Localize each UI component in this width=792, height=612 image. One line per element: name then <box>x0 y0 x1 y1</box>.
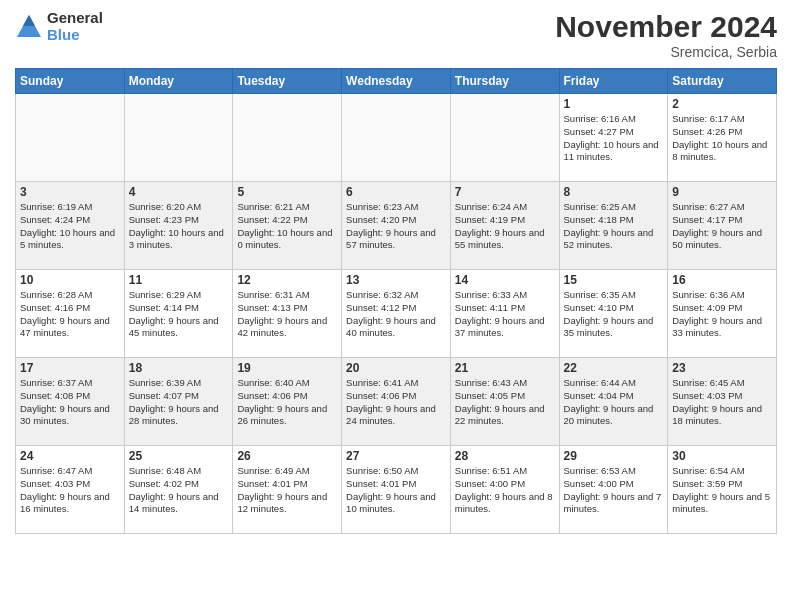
calendar-cell: 3Sunrise: 6:19 AM Sunset: 4:24 PM Daylig… <box>16 182 125 270</box>
day-info: Sunrise: 6:50 AM Sunset: 4:01 PM Dayligh… <box>346 465 446 516</box>
calendar-cell: 26Sunrise: 6:49 AM Sunset: 4:01 PM Dayli… <box>233 446 342 534</box>
header-sunday: Sunday <box>16 69 125 94</box>
calendar-cell: 8Sunrise: 6:25 AM Sunset: 4:18 PM Daylig… <box>559 182 668 270</box>
calendar-cell: 4Sunrise: 6:20 AM Sunset: 4:23 PM Daylig… <box>124 182 233 270</box>
day-number: 24 <box>20 449 120 463</box>
day-info: Sunrise: 6:53 AM Sunset: 4:00 PM Dayligh… <box>564 465 664 516</box>
day-number: 10 <box>20 273 120 287</box>
logo-text: General Blue <box>47 10 103 43</box>
day-number: 19 <box>237 361 337 375</box>
day-number: 30 <box>672 449 772 463</box>
svg-marker-1 <box>23 15 35 26</box>
calendar-cell: 27Sunrise: 6:50 AM Sunset: 4:01 PM Dayli… <box>342 446 451 534</box>
day-info: Sunrise: 6:32 AM Sunset: 4:12 PM Dayligh… <box>346 289 446 340</box>
day-info: Sunrise: 6:43 AM Sunset: 4:05 PM Dayligh… <box>455 377 555 428</box>
calendar-table: Sunday Monday Tuesday Wednesday Thursday… <box>15 68 777 534</box>
day-info: Sunrise: 6:23 AM Sunset: 4:20 PM Dayligh… <box>346 201 446 252</box>
day-number: 17 <box>20 361 120 375</box>
calendar-week-row: 1Sunrise: 6:16 AM Sunset: 4:27 PM Daylig… <box>16 94 777 182</box>
day-info: Sunrise: 6:44 AM Sunset: 4:04 PM Dayligh… <box>564 377 664 428</box>
day-number: 1 <box>564 97 664 111</box>
calendar-cell: 9Sunrise: 6:27 AM Sunset: 4:17 PM Daylig… <box>668 182 777 270</box>
calendar-cell <box>450 94 559 182</box>
day-info: Sunrise: 6:16 AM Sunset: 4:27 PM Dayligh… <box>564 113 664 164</box>
calendar-week-row: 24Sunrise: 6:47 AM Sunset: 4:03 PM Dayli… <box>16 446 777 534</box>
calendar-cell: 25Sunrise: 6:48 AM Sunset: 4:02 PM Dayli… <box>124 446 233 534</box>
day-info: Sunrise: 6:17 AM Sunset: 4:26 PM Dayligh… <box>672 113 772 164</box>
calendar-cell: 24Sunrise: 6:47 AM Sunset: 4:03 PM Dayli… <box>16 446 125 534</box>
calendar-cell: 20Sunrise: 6:41 AM Sunset: 4:06 PM Dayli… <box>342 358 451 446</box>
calendar-cell: 23Sunrise: 6:45 AM Sunset: 4:03 PM Dayli… <box>668 358 777 446</box>
header: General Blue November 2024 Sremcica, Ser… <box>15 10 777 60</box>
calendar-cell: 6Sunrise: 6:23 AM Sunset: 4:20 PM Daylig… <box>342 182 451 270</box>
calendar-cell: 7Sunrise: 6:24 AM Sunset: 4:19 PM Daylig… <box>450 182 559 270</box>
day-number: 16 <box>672 273 772 287</box>
calendar-cell: 15Sunrise: 6:35 AM Sunset: 4:10 PM Dayli… <box>559 270 668 358</box>
day-number: 11 <box>129 273 229 287</box>
day-info: Sunrise: 6:48 AM Sunset: 4:02 PM Dayligh… <box>129 465 229 516</box>
calendar-cell <box>16 94 125 182</box>
calendar-cell: 5Sunrise: 6:21 AM Sunset: 4:22 PM Daylig… <box>233 182 342 270</box>
calendar-cell <box>124 94 233 182</box>
day-info: Sunrise: 6:45 AM Sunset: 4:03 PM Dayligh… <box>672 377 772 428</box>
calendar-cell: 21Sunrise: 6:43 AM Sunset: 4:05 PM Dayli… <box>450 358 559 446</box>
day-number: 22 <box>564 361 664 375</box>
logo-icon <box>15 13 43 41</box>
day-info: Sunrise: 6:28 AM Sunset: 4:16 PM Dayligh… <box>20 289 120 340</box>
day-number: 25 <box>129 449 229 463</box>
calendar-cell: 22Sunrise: 6:44 AM Sunset: 4:04 PM Dayli… <box>559 358 668 446</box>
calendar-cell: 14Sunrise: 6:33 AM Sunset: 4:11 PM Dayli… <box>450 270 559 358</box>
day-info: Sunrise: 6:47 AM Sunset: 4:03 PM Dayligh… <box>20 465 120 516</box>
calendar-week-row: 3Sunrise: 6:19 AM Sunset: 4:24 PM Daylig… <box>16 182 777 270</box>
calendar-cell: 11Sunrise: 6:29 AM Sunset: 4:14 PM Dayli… <box>124 270 233 358</box>
day-number: 5 <box>237 185 337 199</box>
day-info: Sunrise: 6:21 AM Sunset: 4:22 PM Dayligh… <box>237 201 337 252</box>
header-thursday: Thursday <box>450 69 559 94</box>
day-info: Sunrise: 6:33 AM Sunset: 4:11 PM Dayligh… <box>455 289 555 340</box>
header-friday: Friday <box>559 69 668 94</box>
day-info: Sunrise: 6:29 AM Sunset: 4:14 PM Dayligh… <box>129 289 229 340</box>
calendar-cell <box>342 94 451 182</box>
calendar-cell: 29Sunrise: 6:53 AM Sunset: 4:00 PM Dayli… <box>559 446 668 534</box>
calendar-week-row: 17Sunrise: 6:37 AM Sunset: 4:08 PM Dayli… <box>16 358 777 446</box>
day-number: 26 <box>237 449 337 463</box>
calendar-cell: 18Sunrise: 6:39 AM Sunset: 4:07 PM Dayli… <box>124 358 233 446</box>
month-title: November 2024 <box>555 10 777 44</box>
day-number: 23 <box>672 361 772 375</box>
day-info: Sunrise: 6:51 AM Sunset: 4:00 PM Dayligh… <box>455 465 555 516</box>
location: Sremcica, Serbia <box>555 44 777 60</box>
calendar-cell <box>233 94 342 182</box>
day-number: 21 <box>455 361 555 375</box>
weekday-header-row: Sunday Monday Tuesday Wednesday Thursday… <box>16 69 777 94</box>
day-number: 14 <box>455 273 555 287</box>
title-block: November 2024 Sremcica, Serbia <box>555 10 777 60</box>
day-number: 12 <box>237 273 337 287</box>
day-number: 27 <box>346 449 446 463</box>
logo-blue-text: Blue <box>47 27 103 44</box>
day-number: 2 <box>672 97 772 111</box>
calendar-cell: 12Sunrise: 6:31 AM Sunset: 4:13 PM Dayli… <box>233 270 342 358</box>
day-number: 29 <box>564 449 664 463</box>
day-info: Sunrise: 6:36 AM Sunset: 4:09 PM Dayligh… <box>672 289 772 340</box>
calendar-cell: 28Sunrise: 6:51 AM Sunset: 4:00 PM Dayli… <box>450 446 559 534</box>
header-wednesday: Wednesday <box>342 69 451 94</box>
day-number: 20 <box>346 361 446 375</box>
day-number: 6 <box>346 185 446 199</box>
day-number: 13 <box>346 273 446 287</box>
calendar-cell: 10Sunrise: 6:28 AM Sunset: 4:16 PM Dayli… <box>16 270 125 358</box>
calendar-cell: 13Sunrise: 6:32 AM Sunset: 4:12 PM Dayli… <box>342 270 451 358</box>
day-number: 28 <box>455 449 555 463</box>
day-info: Sunrise: 6:49 AM Sunset: 4:01 PM Dayligh… <box>237 465 337 516</box>
header-saturday: Saturday <box>668 69 777 94</box>
calendar-cell: 30Sunrise: 6:54 AM Sunset: 3:59 PM Dayli… <box>668 446 777 534</box>
day-number: 9 <box>672 185 772 199</box>
header-monday: Monday <box>124 69 233 94</box>
day-number: 4 <box>129 185 229 199</box>
day-number: 7 <box>455 185 555 199</box>
logo: General Blue <box>15 10 103 43</box>
calendar-cell: 16Sunrise: 6:36 AM Sunset: 4:09 PM Dayli… <box>668 270 777 358</box>
day-info: Sunrise: 6:25 AM Sunset: 4:18 PM Dayligh… <box>564 201 664 252</box>
calendar-cell: 19Sunrise: 6:40 AM Sunset: 4:06 PM Dayli… <box>233 358 342 446</box>
day-info: Sunrise: 6:39 AM Sunset: 4:07 PM Dayligh… <box>129 377 229 428</box>
calendar-week-row: 10Sunrise: 6:28 AM Sunset: 4:16 PM Dayli… <box>16 270 777 358</box>
